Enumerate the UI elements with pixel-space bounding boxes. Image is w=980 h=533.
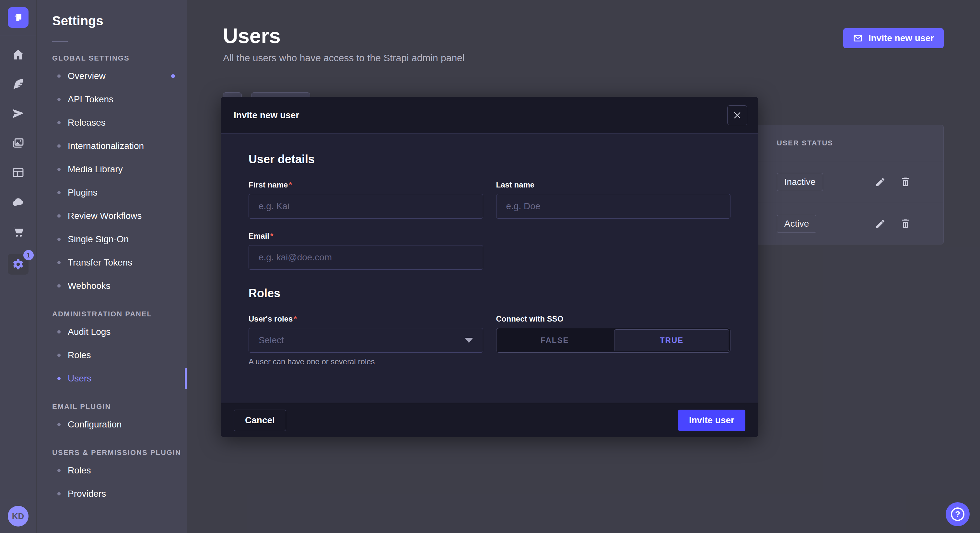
- modal-body: User details First name* Last name: [221, 134, 758, 403]
- sso-option-false[interactable]: FALSE: [496, 328, 614, 352]
- required-asterisk: *: [294, 314, 296, 323]
- name-fields-row: First name* Last name: [248, 180, 730, 219]
- required-asterisk: *: [270, 232, 273, 240]
- user-details-heading: User details: [248, 152, 730, 166]
- last-name-label: Last name: [496, 180, 731, 189]
- chevron-down-icon: [465, 338, 473, 343]
- last-name-input[interactable]: [496, 194, 731, 219]
- roles-heading: Roles: [248, 287, 730, 300]
- modal-header: Invite new user: [221, 97, 758, 134]
- modal-footer: Cancel Invite user: [221, 403, 758, 437]
- cancel-button[interactable]: Cancel: [234, 409, 286, 431]
- email-field: Email*: [248, 232, 483, 270]
- invite-new-user-modal: Invite new user User details First name*: [221, 97, 758, 437]
- modal-close-button[interactable]: [727, 105, 747, 125]
- select-value: Select: [259, 335, 284, 346]
- first-name-input[interactable]: [248, 194, 483, 219]
- users-roles-select[interactable]: Select: [248, 328, 483, 353]
- modal-title: Invite new user: [234, 110, 299, 121]
- required-asterisk: *: [289, 180, 292, 189]
- close-icon: [733, 111, 742, 120]
- first-name-label: First name*: [248, 180, 483, 189]
- email-label: Email*: [248, 232, 483, 241]
- email-input[interactable]: [248, 245, 483, 270]
- sso-label: Connect with SSO: [496, 314, 731, 324]
- sso-toggle: FALSE TRUE: [496, 328, 731, 353]
- first-name-field: First name*: [248, 180, 483, 219]
- users-roles-label: User's roles*: [248, 314, 483, 324]
- users-roles-field: User's roles* Select A user can have one…: [248, 314, 483, 366]
- sso-field: Connect with SSO FALSE TRUE: [496, 314, 731, 366]
- strapi-admin-app: 1 KD Settings GLOBAL SETTINGS Overview A…: [0, 0, 980, 533]
- last-name-field: Last name: [496, 180, 731, 219]
- roles-row: User's roles* Select A user can have one…: [248, 314, 730, 366]
- invite-user-submit-button[interactable]: Invite user: [678, 409, 745, 431]
- email-field-row: Email*: [248, 232, 730, 270]
- roles-hint: A user can have one or several roles: [248, 357, 483, 366]
- sso-option-true[interactable]: TRUE: [614, 329, 729, 351]
